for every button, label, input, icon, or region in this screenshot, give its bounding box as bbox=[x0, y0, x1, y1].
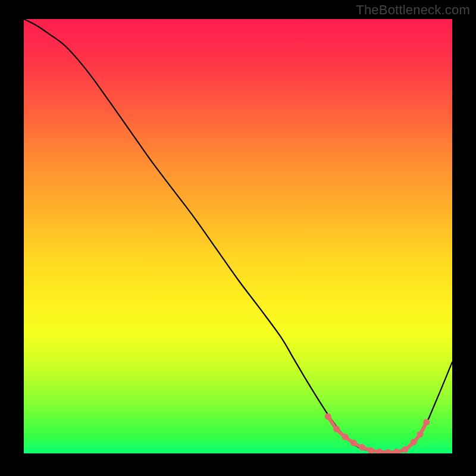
highlight-dot bbox=[393, 449, 400, 453]
highlight-dot bbox=[325, 413, 331, 419]
highlight-dot-group bbox=[325, 413, 430, 453]
highlight-dot-line bbox=[328, 416, 427, 452]
highlight-dot bbox=[411, 439, 417, 446]
chart-overlay-svg bbox=[24, 19, 452, 453]
watermark-text: TheBottleneck.com bbox=[356, 2, 470, 18]
highlight-dot bbox=[417, 431, 424, 437]
chart-frame: TheBottleneck.com bbox=[0, 0, 476, 476]
highlight-dot bbox=[333, 426, 340, 433]
highlight-dot bbox=[385, 449, 392, 453]
highlight-dot bbox=[402, 446, 408, 453]
bottleneck-curve-line bbox=[24, 19, 452, 453]
highlight-dot bbox=[368, 447, 374, 453]
highlight-dot bbox=[376, 449, 383, 453]
highlight-dot bbox=[423, 419, 430, 425]
highlight-dot bbox=[342, 434, 349, 440]
highlight-dot bbox=[359, 444, 365, 450]
highlight-dot bbox=[350, 440, 357, 446]
